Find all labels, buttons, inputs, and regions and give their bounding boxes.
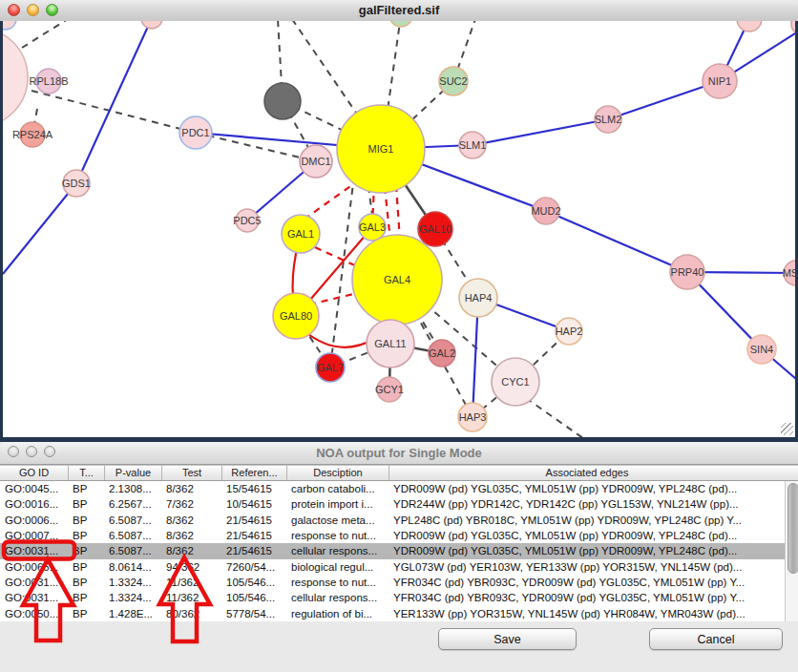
cell: 10/54615 xyxy=(222,498,287,510)
node-unnamed-top-green[interactable] xyxy=(389,21,412,27)
table-row[interactable]: GO:0045...BP2.1308...8/36215/54615carbon… xyxy=(0,481,798,496)
node-unnamed-top-left[interactable] xyxy=(3,21,16,30)
edge-red[interactable] xyxy=(304,331,374,347)
table-row[interactable]: GO:0031...BP1.3324...11/362105/546...cel… xyxy=(0,590,798,605)
cell: regulation of bi... xyxy=(287,608,389,620)
save-button[interactable]: Save xyxy=(438,628,577,650)
node-SLM2[interactable]: SLM2 xyxy=(595,106,622,133)
cell: YDR009W (pd) YGL035C, YML051W (pp) YDR00… xyxy=(389,530,785,541)
node-DMC1[interactable]: DMC1 xyxy=(300,145,332,178)
node-unnamed-left-large[interactable] xyxy=(3,28,28,127)
cell: YDR009W (pd) YGL035C, YML051W (pp) YDR00… xyxy=(389,545,785,556)
network-graph[interactable]: RPL18BRPS24AGDS1PDC1DMC1PDC5MIG1SLM1SLM2… xyxy=(3,21,795,437)
node-PDC1[interactable]: PDC1 xyxy=(179,116,212,149)
node-unnamed-dark[interactable] xyxy=(264,83,301,119)
node-HAP3[interactable]: HAP3 xyxy=(458,403,487,431)
node-SIN4[interactable]: SIN4 xyxy=(747,335,776,364)
edge-red-dashed[interactable] xyxy=(396,185,400,241)
cell: cellular respons... xyxy=(287,545,389,556)
node-HAP2[interactable]: HAP2 xyxy=(556,318,583,345)
cancel-button[interactable]: Cancel xyxy=(649,628,783,650)
node-RPS24A[interactable]: RPS24A xyxy=(12,122,53,147)
node-GAL11[interactable]: GAL11 xyxy=(367,320,414,368)
node-SLM1[interactable]: SLM1 xyxy=(459,132,487,158)
edge-red-dashed[interactable] xyxy=(306,179,360,218)
cell: 2.1308... xyxy=(105,483,162,494)
edge-blue[interactable] xyxy=(546,211,687,272)
node-GDS1[interactable]: GDS1 xyxy=(62,170,91,197)
node-RPL18B[interactable]: RPL18B xyxy=(30,69,69,94)
cell: GO:0065... xyxy=(0,561,69,573)
table-row[interactable]: GO:0031...BP1.3324...11/362105/546...res… xyxy=(0,575,798,590)
network-canvas[interactable]: RPL18BRPS24AGDS1PDC1DMC1PDC5MIG1SLM1SLM2… xyxy=(0,21,798,442)
cell: BP xyxy=(69,483,105,494)
column-header-referen-[interactable]: Referen... xyxy=(222,466,287,480)
cell: 80/362 xyxy=(162,608,222,620)
cell: biological regul... xyxy=(287,561,389,573)
cell: 11/362 xyxy=(162,592,222,603)
node-GAL1[interactable]: GAL1 xyxy=(282,215,320,253)
cell: 8.0614... xyxy=(105,561,162,573)
results-table: GO IDT...P-valueTestReferen...Desciption… xyxy=(0,465,798,621)
node-GAL4[interactable]: GAL4 xyxy=(352,235,442,325)
cell: 21/54615 xyxy=(222,530,287,541)
cell: response to nut... xyxy=(287,530,389,541)
node-GAL2[interactable]: GAL2 xyxy=(429,340,455,367)
node-unnamed-top-pink[interactable] xyxy=(141,21,162,29)
node-PRP40[interactable]: PRP40 xyxy=(670,255,704,289)
resize-grip-icon[interactable] xyxy=(781,423,793,435)
table-row[interactable]: GO:0016...BP6.2567...7/36210/54615protei… xyxy=(0,496,798,512)
table-row[interactable]: GO:0050...BP1.428E...80/3625778/54...reg… xyxy=(0,606,798,621)
column-header-go-id[interactable]: GO ID xyxy=(0,466,69,480)
node-SUC2[interactable]: SUC2 xyxy=(439,67,468,95)
column-header-associated-edges[interactable]: Associated edges xyxy=(389,466,785,480)
table-row[interactable]: GO:0031...BP6.5087...8/36221/54615cellul… xyxy=(0,543,798,558)
node-MUD2[interactable]: MUD2 xyxy=(531,198,560,224)
node-GAL80[interactable]: GAL80 xyxy=(273,293,319,339)
node-GCY1[interactable]: GCY1 xyxy=(375,377,404,402)
column-header-desciption[interactable]: Desciption xyxy=(287,466,389,480)
table-row[interactable]: GO:0065...BP8.0614...94/3627260/54...bio… xyxy=(0,559,798,575)
node-MIG1[interactable]: MIG1 xyxy=(337,105,425,193)
node-GAL7[interactable]: GAL7 xyxy=(316,353,345,382)
cell: 8/362 xyxy=(162,514,222,526)
cell: YFR034C (pd) YBR093C, YDR009W (pd) YGL03… xyxy=(389,592,785,603)
edge-dashed[interactable] xyxy=(32,91,196,133)
table-row[interactable]: GO:0007...BP6.5087...8/36221/54615respon… xyxy=(0,528,798,543)
edge-dashed[interactable] xyxy=(526,398,587,437)
edge-red-dashed[interactable] xyxy=(385,187,390,241)
cell: 5778/54... xyxy=(222,608,287,620)
cell: 1.3324... xyxy=(105,577,162,588)
node-GAL10[interactable]: GAL10 xyxy=(418,212,452,246)
cell: 105/546... xyxy=(222,592,287,603)
cell: BP xyxy=(69,592,105,603)
cell: 15/54615 xyxy=(222,483,287,494)
column-header-p-value[interactable]: P-value xyxy=(105,466,162,480)
cell: 8/362 xyxy=(162,545,222,556)
edge-blue[interactable] xyxy=(3,21,152,274)
table-scrollbar[interactable] xyxy=(785,481,798,621)
node-HAP4[interactable]: HAP4 xyxy=(459,279,497,317)
cell: GO:0031... xyxy=(0,577,69,588)
edge-dashed[interactable] xyxy=(22,21,68,48)
column-header-test[interactable]: Test xyxy=(162,466,222,480)
column-header-t-[interactable]: T... xyxy=(69,466,105,480)
dialog-footer: Save Cancel xyxy=(0,621,798,672)
cell: GO:0031... xyxy=(0,592,69,603)
cell: 6.5087... xyxy=(105,545,162,556)
cell: GO:0016... xyxy=(0,498,69,510)
edge-blue[interactable] xyxy=(472,119,608,145)
noa-window-titlebar[interactable]: NOA output for Single Mode xyxy=(0,442,798,465)
cell: protein import i... xyxy=(287,498,389,510)
cell: YER133W (pp) YOR315W, YNL145W (pd) YHR08… xyxy=(389,608,785,620)
node-GAL3[interactable]: GAL3 xyxy=(359,214,386,241)
node-NIP1[interactable]: NIP1 xyxy=(703,64,737,98)
cell: 105/546... xyxy=(222,577,287,588)
node-CYC1[interactable]: CYC1 xyxy=(492,358,539,406)
network-window-titlebar[interactable]: galFiltered.sif xyxy=(0,0,798,22)
node-MSL1[interactable]: MSL1 xyxy=(783,261,795,285)
cell: BP xyxy=(69,561,105,573)
table-row[interactable]: GO:0006...BP6.5087...8/36221/54615galact… xyxy=(0,513,798,528)
node-unnamed-top-right[interactable] xyxy=(737,21,762,32)
scrollbar-thumb[interactable] xyxy=(788,483,798,574)
